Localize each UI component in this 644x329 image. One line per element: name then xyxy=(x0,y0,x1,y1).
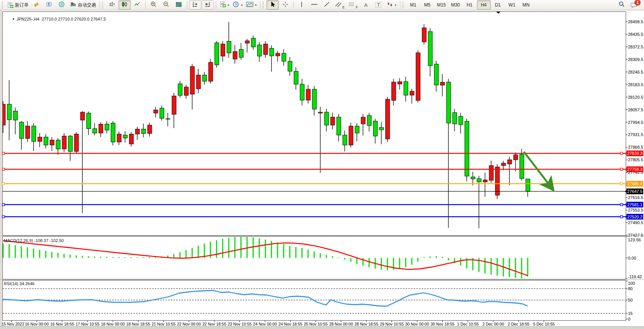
svg-text:24 Nov 00:00: 24 Nov 00:00 xyxy=(253,322,277,326)
search-icon xyxy=(618,1,625,9)
auto-scroll-icon xyxy=(192,1,199,9)
svg-text:27520.2: 27520.2 xyxy=(627,215,642,219)
svg-text:100: 100 xyxy=(628,281,635,286)
autotrading-icon xyxy=(70,1,77,9)
trendline-icon xyxy=(323,1,330,9)
line-anchor-handle[interactable] xyxy=(2,183,5,185)
trendline-tool-button[interactable] xyxy=(321,0,333,10)
arrows-tool-button[interactable]: ▾ xyxy=(385,0,398,10)
text-label-tool-button[interactable]: T xyxy=(373,0,385,10)
line-anchor-handle[interactable] xyxy=(620,183,623,185)
candlestick-icon xyxy=(121,1,128,9)
line-chart-type-button[interactable] xyxy=(131,0,143,10)
vertical-line-tool-button[interactable] xyxy=(296,0,308,10)
timeframe-w1-button[interactable]: W1 xyxy=(505,0,519,10)
tile-windows-icon xyxy=(175,1,182,9)
timeframe-mn-button[interactable]: MN xyxy=(519,0,533,10)
line-anchor-handle[interactable] xyxy=(620,216,623,218)
cursor-tool-button[interactable] xyxy=(267,0,279,10)
timeframe-m15-button[interactable]: M15 xyxy=(435,0,448,10)
text-tool-button[interactable]: A xyxy=(360,0,372,10)
toolbar-separator xyxy=(400,1,400,9)
chat-button[interactable]: 1 xyxy=(628,0,640,10)
period-button[interactable]: ▾ xyxy=(231,0,244,10)
template-icon xyxy=(246,1,254,9)
svg-text:28372.5: 28372.5 xyxy=(628,45,643,49)
line-anchor-handle[interactable] xyxy=(2,204,5,206)
svg-text:28498.5: 28498.5 xyxy=(628,19,643,24)
svg-text:123.56: 123.56 xyxy=(628,238,641,242)
symbol-collapse-icon[interactable]: ▼ xyxy=(12,18,15,21)
new-order-icon xyxy=(7,2,14,8)
line-anchor-handle[interactable] xyxy=(2,168,5,170)
autotrading-button[interactable]: 自动交易 xyxy=(68,0,98,10)
add-indicator-button[interactable]: ▾ xyxy=(218,0,231,10)
equidistant-channel-tool-button[interactable]: E xyxy=(333,0,346,10)
chat-bubble-icon: 1 xyxy=(630,2,638,8)
svg-text:27427.5: 27427.5 xyxy=(628,233,643,238)
svg-text:28120.5: 28120.5 xyxy=(628,95,643,100)
template-button[interactable]: ▾ xyxy=(244,0,258,10)
ohlc-bars-icon xyxy=(109,1,116,9)
svg-text:27581.1: 27581.1 xyxy=(627,202,642,207)
svg-text:27805.5: 27805.5 xyxy=(628,157,643,162)
svg-text:27685.9: 27685.9 xyxy=(627,181,642,186)
text-label-icon: T xyxy=(376,2,381,8)
toolbar-separator xyxy=(293,1,294,9)
new-order-button[interactable]: 新订单 xyxy=(6,0,30,10)
rsi-indicator-label: RSI(14) 34.2646 xyxy=(4,281,35,286)
search-button[interactable] xyxy=(615,0,628,10)
chevron-down-icon: ▾ xyxy=(395,3,397,7)
svg-text:22 Nov 00:00: 22 Nov 00:00 xyxy=(177,322,201,326)
tile-windows-button[interactable] xyxy=(173,0,185,10)
line-anchor-handle[interactable] xyxy=(620,152,623,154)
crosshair-tool-button[interactable] xyxy=(279,0,291,10)
svg-text:18 Nov 18:55: 18 Nov 18:55 xyxy=(126,322,150,326)
megaphone-icon xyxy=(33,1,40,9)
quote-ohlc-values: 27710.0 27710.0 27620.0 27647.5 xyxy=(42,17,106,21)
bar-chart-type-button[interactable] xyxy=(106,0,118,10)
svg-text:0: 0 xyxy=(628,317,630,321)
megaphone-button[interactable] xyxy=(31,0,43,10)
zoom-out-icon xyxy=(163,1,170,9)
line-anchor-handle[interactable] xyxy=(620,204,623,206)
quote-line: ▼JPN225-,H4 27710.0 27710.0 27620.0 2764… xyxy=(5,12,106,26)
candlestick-chart-type-button[interactable] xyxy=(119,0,131,10)
market-radar-button[interactable] xyxy=(56,0,68,10)
chevron-down-icon: ▾ xyxy=(228,3,229,7)
timeframe-h4-button[interactable]: H4 xyxy=(477,0,491,10)
toolbar-separator xyxy=(187,1,187,9)
chart-canvas[interactable]: 28498.528435.528372.528309.528246.528183… xyxy=(0,10,644,329)
fibonacci-icon xyxy=(348,1,356,9)
svg-text:27758.3: 27758.3 xyxy=(627,167,642,172)
svg-text:27647.5: 27647.5 xyxy=(627,189,642,194)
svg-text:16 Nov 00:00: 16 Nov 00:00 xyxy=(25,322,49,326)
line-anchor-handle[interactable] xyxy=(2,216,5,218)
timeframe-m30-button[interactable]: M30 xyxy=(449,0,463,10)
auto-scroll-button[interactable] xyxy=(189,0,201,10)
svg-text:28 Nov 00:00: 28 Nov 00:00 xyxy=(329,322,353,326)
fibonacci-tool-button[interactable]: F xyxy=(347,0,360,10)
svg-text:27616.5: 27616.5 xyxy=(628,195,643,200)
svg-text:28309.5: 28309.5 xyxy=(628,57,643,62)
svg-text:15 Nov 2022: 15 Nov 2022 xyxy=(2,322,24,326)
radar-icon xyxy=(58,1,65,9)
line-anchor-handle[interactable] xyxy=(2,152,5,154)
timeframe-group: M1M5M15M30H1H4D1W1MN xyxy=(406,0,533,10)
chart-shift-icon xyxy=(204,1,211,9)
line-anchor-handle[interactable] xyxy=(620,168,623,170)
svg-text:27553.5: 27553.5 xyxy=(628,208,643,212)
horizontal-line-tool-button[interactable] xyxy=(308,0,320,10)
svg-text:18 Nov 00:00: 18 Nov 00:00 xyxy=(101,322,125,326)
svg-text:27931.5: 27931.5 xyxy=(628,132,643,137)
timeframe-m5-button[interactable]: M5 xyxy=(421,0,434,10)
svg-text:28 Nov 18:55: 28 Nov 18:55 xyxy=(355,322,379,326)
timeframe-d1-button[interactable]: D1 xyxy=(491,0,505,10)
chart-shift-button[interactable] xyxy=(202,0,214,10)
timeframe-h1-button[interactable]: H1 xyxy=(463,0,477,10)
timeframe-m1-button[interactable]: M1 xyxy=(406,0,420,10)
community-button[interactable] xyxy=(43,0,55,10)
zoom-out-button[interactable] xyxy=(160,0,172,10)
zoom-in-button[interactable] xyxy=(148,0,160,10)
trading-terminal-window: 新订单 自动交易 xyxy=(0,0,644,329)
